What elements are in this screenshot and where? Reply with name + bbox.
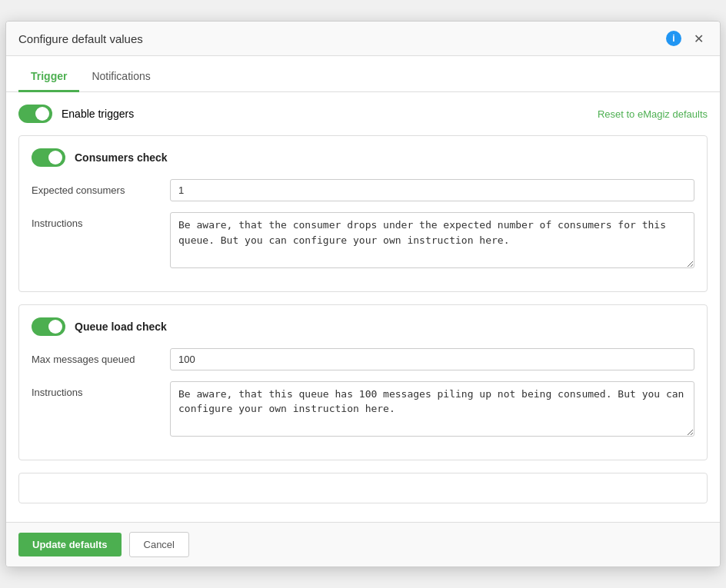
queue-toggle-slider (32, 317, 65, 336)
partial-card (18, 473, 708, 503)
enable-triggers-toggle[interactable] (18, 105, 52, 123)
max-messages-input[interactable] (170, 348, 694, 370)
modal-header: Configure default values i ✕ (6, 22, 720, 56)
modal-container: Configure default values i ✕ Trigger Not… (5, 21, 721, 567)
queue-instructions-row: Instructions (32, 381, 694, 437)
queue-instructions-label: Instructions (32, 381, 170, 398)
update-defaults-button[interactable]: Update defaults (18, 533, 122, 556)
modal-body: Trigger Notifications Enable triggers Re… (6, 56, 720, 522)
info-icon[interactable]: i (666, 31, 681, 46)
queue-load-check-title: Queue load check (75, 321, 167, 333)
consumers-instructions-label: Instructions (32, 212, 170, 229)
trigger-tab-content: Enable triggers Reset to eMagiz defaults… (6, 92, 720, 522)
reset-link[interactable]: Reset to eMagiz defaults (598, 108, 708, 120)
toggle-slider (18, 105, 52, 123)
consumers-toggle-slider (32, 148, 65, 167)
queue-instructions-input[interactable] (170, 381, 694, 437)
queue-load-check-header: Queue load check (32, 317, 694, 336)
cancel-button[interactable]: Cancel (129, 532, 189, 557)
expected-consumers-row: Expected consumers (32, 179, 694, 201)
header-icons: i ✕ (666, 29, 708, 48)
queue-load-check-toggle[interactable] (32, 317, 65, 336)
consumers-check-header: Consumers check (32, 148, 694, 167)
tabs-container: Trigger Notifications (6, 62, 720, 92)
enable-triggers-row: Enable triggers Reset to eMagiz defaults (18, 105, 708, 123)
modal-footer: Update defaults Cancel (6, 522, 720, 566)
tab-trigger[interactable]: Trigger (18, 62, 79, 92)
consumers-instructions-input[interactable] (170, 212, 694, 268)
tab-notifications[interactable]: Notifications (79, 62, 162, 92)
consumers-check-title: Consumers check (75, 151, 168, 164)
expected-consumers-label: Expected consumers (32, 179, 170, 196)
expected-consumers-input[interactable] (170, 179, 694, 201)
consumers-instructions-row: Instructions (32, 212, 694, 268)
queue-load-check-card: Queue load check Max messages queued Ins… (18, 304, 708, 461)
consumers-check-card: Consumers check Expected consumers Instr… (18, 135, 708, 292)
max-messages-row: Max messages queued (32, 348, 694, 370)
enable-triggers-label: Enable triggers (62, 108, 134, 120)
enable-triggers-left: Enable triggers (18, 105, 134, 123)
max-messages-label: Max messages queued (32, 348, 170, 365)
close-button[interactable]: ✕ (689, 29, 708, 48)
consumers-check-toggle[interactable] (32, 148, 65, 167)
modal-title: Configure default values (18, 32, 143, 45)
